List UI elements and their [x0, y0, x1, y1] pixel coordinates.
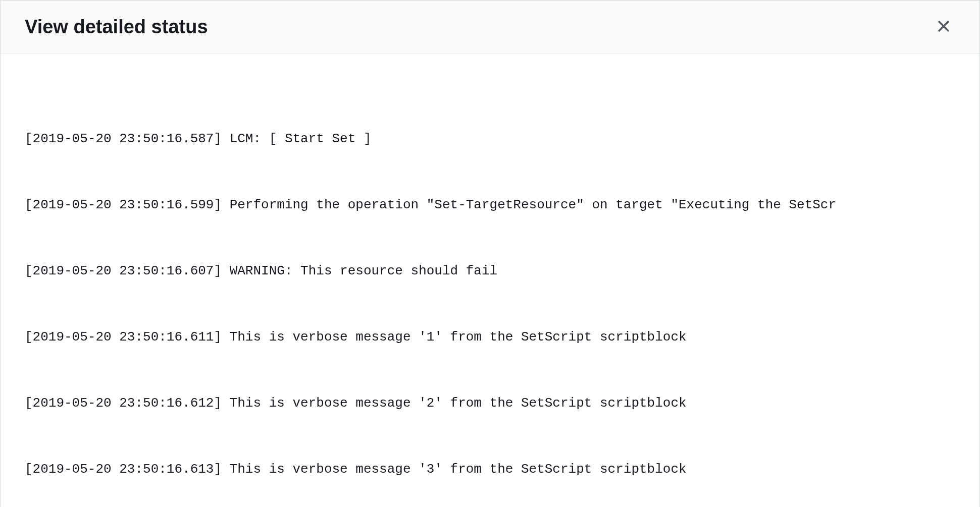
log-line: [2019-05-20 23:50:16.613] This is verbos… [25, 459, 955, 481]
log-line: [2019-05-20 23:50:16.612] This is verbos… [25, 392, 955, 415]
modal-body: [2019-05-20 23:50:16.587] LCM: [ Start S… [1, 54, 979, 507]
close-button[interactable] [932, 15, 955, 39]
modal-title: View detailed status [25, 16, 208, 38]
log-line: [2019-05-20 23:50:16.587] LCM: [ Start S… [25, 128, 955, 150]
close-icon [936, 19, 951, 35]
log-line: [2019-05-20 23:50:16.607] WARNING: This … [25, 260, 955, 283]
log-output: [2019-05-20 23:50:16.587] LCM: [ Start S… [25, 84, 955, 507]
detailed-status-modal: View detailed status [2019-05-20 23:50:1… [0, 0, 980, 507]
modal-header: View detailed status [1, 1, 979, 54]
log-line: [2019-05-20 23:50:16.611] This is verbos… [25, 326, 955, 349]
log-line: [2019-05-20 23:50:16.599] Performing the… [25, 194, 955, 216]
